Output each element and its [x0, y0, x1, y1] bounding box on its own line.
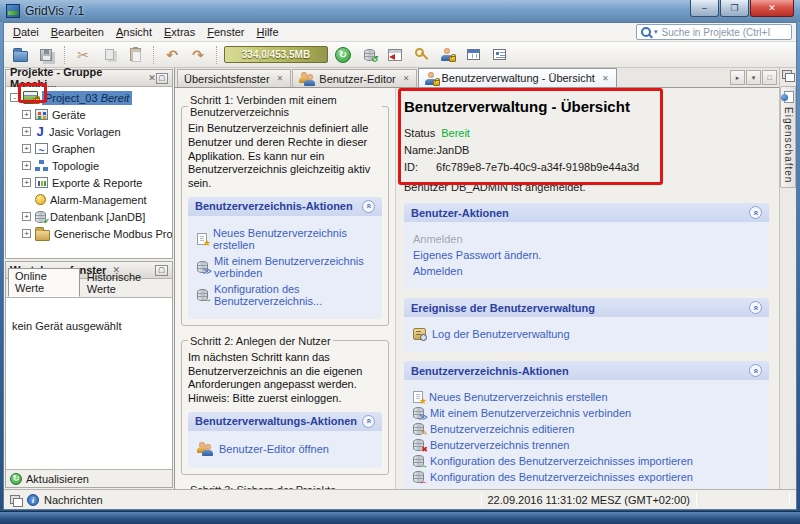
- action-connect-directory[interactable]: Mit einem Benutzerverzeichnis verbinden: [197, 255, 373, 279]
- refresh-button[interactable]: ↻: [332, 44, 354, 66]
- expand-toggle-icon[interactable]: +: [22, 212, 31, 221]
- tab-scroll-button[interactable]: ▸: [730, 70, 745, 85]
- tab-maximize-button[interactable]: □: [762, 70, 777, 85]
- tree-item-geraete[interactable]: + Geräte: [6, 106, 172, 123]
- menu-datei[interactable]: Datei: [7, 25, 45, 39]
- search-input[interactable]: [660, 26, 778, 39]
- left-dock: Projekte - Gruppe Maschi... ✕ ▢ - Projec…: [4, 68, 175, 489]
- close-icon[interactable]: ✕: [148, 73, 156, 83]
- copy-button[interactable]: [98, 44, 120, 66]
- maximize-button[interactable]: ❐: [720, 0, 749, 17]
- table-view-button[interactable]: [462, 44, 484, 66]
- list-view-button[interactable]: [488, 44, 510, 66]
- license-key-button[interactable]: [410, 44, 432, 66]
- expand-toggle-icon[interactable]: +: [22, 178, 31, 187]
- title-bar: GridVis 7.1 – ❐ ✕: [0, 0, 800, 22]
- collapse-toggle-icon[interactable]: -: [10, 93, 19, 102]
- tab-online-werte[interactable]: Online Werte: [8, 268, 80, 297]
- refresh-label[interactable]: Aktualisieren: [26, 473, 89, 485]
- action-disconnect-directory[interactable]: Benutzerverzeichnis trennen: [413, 439, 760, 451]
- tab-list-button[interactable]: ▾: [746, 70, 761, 85]
- projects-panel-title-bar[interactable]: Projekte - Gruppe Maschi... ✕ ▢: [6, 70, 172, 87]
- database-recycle-icon: [364, 49, 375, 61]
- expand-toggle-icon[interactable]: +: [22, 161, 31, 170]
- expand-toggle-icon[interactable]: +: [22, 110, 31, 119]
- expand-toggle-icon[interactable]: +: [22, 229, 31, 238]
- save-all-button[interactable]: [35, 44, 57, 66]
- tab-uebersichtsfenster[interactable]: Übersichtsfenster ✕: [177, 69, 291, 87]
- close-icon[interactable]: ✕: [602, 74, 609, 83]
- tree-item-jasic-vorlagen[interactable]: + J Jasic Vorlagen: [6, 123, 172, 140]
- tab-historische-werte[interactable]: Historische Werte: [81, 270, 171, 297]
- search-dropdown-icon[interactable]: ▾: [654, 28, 658, 36]
- close-icon[interactable]: ✕: [403, 74, 410, 83]
- tab-benutzerverwaltung[interactable]: Benutzerverwaltung - Übersicht ✕: [418, 68, 616, 87]
- directory-actions-section: Benutzerverzeichnis-Aktionen « Neues Ben…: [404, 361, 769, 489]
- action-abmelden[interactable]: Abmelden: [413, 265, 760, 277]
- tab-eigenschaften[interactable]: Eigenschaften: [780, 86, 796, 188]
- import-window-button[interactable]: [384, 44, 406, 66]
- expand-toggle-icon[interactable]: +: [22, 144, 31, 153]
- user-management-button[interactable]: [436, 44, 458, 66]
- menu-ansicht[interactable]: Ansicht: [110, 25, 158, 39]
- collapse-section-button[interactable]: «: [362, 200, 375, 213]
- tree-item-exporte[interactable]: + Exporte & Reporte: [6, 174, 172, 191]
- tree-item-topologie[interactable]: + Topologie: [6, 157, 172, 174]
- database-recycle-button[interactable]: [358, 44, 380, 66]
- step1-legend: Schritt 1: Verbinden mit einem Benutzerv…: [188, 94, 382, 118]
- editor-tab-bar: Übersichtsfenster ✕ Benutzer-Editor ✕ Be…: [175, 68, 779, 88]
- close-button[interactable]: ✕: [750, 0, 794, 17]
- minimize-button[interactable]: –: [690, 0, 719, 17]
- undo-button[interactable]: ↶: [161, 44, 183, 66]
- edit-directory-icon: [413, 423, 424, 435]
- action-edit-directory[interactable]: Benutzerverzeichnis editieren: [413, 423, 760, 435]
- tree-item-modbus[interactable]: + Generische Modbus Profile: [6, 225, 172, 242]
- memory-gauge[interactable]: 334,0/453,5MB: [224, 46, 328, 63]
- expand-toggle-icon[interactable]: +: [22, 127, 31, 136]
- refresh-row: ↻ Aktualisieren: [6, 469, 172, 487]
- window-list-icon[interactable]: [10, 495, 22, 505]
- collapse-section-button[interactable]: «: [749, 301, 762, 314]
- devices-icon: [35, 109, 48, 120]
- cut-button[interactable]: ✂: [72, 44, 94, 66]
- no-device-text: kein Gerät ausgewählt: [12, 320, 121, 332]
- collapse-section-button[interactable]: «: [749, 364, 762, 377]
- step2-legend: Schritt 2: Anlegen der Nutzer: [188, 335, 333, 347]
- messages-label[interactable]: Nachrichten: [44, 494, 103, 506]
- wizard-column: Schritt 1: Verbinden mit einem Benutzerv…: [175, 88, 396, 489]
- action-connect-directory[interactable]: Mit einem Benutzerverzeichnis verbinden: [413, 407, 760, 419]
- users-icon: [197, 442, 213, 456]
- action-open-user-editor[interactable]: Benutzer-Editor öffnen: [197, 442, 373, 456]
- action-create-directory[interactable]: Neues Benutzerverzeichnis erstellen: [413, 391, 760, 403]
- tree-item-graphen[interactable]: + Graphen: [6, 140, 172, 157]
- connect-directory-icon: [197, 261, 208, 273]
- collapse-section-button[interactable]: «: [749, 206, 762, 219]
- info-icon[interactable]: i: [27, 494, 39, 506]
- action-change-password[interactable]: Eigenes Passwort ändern.: [413, 249, 760, 261]
- action-import-config[interactable]: Konfiguration des Benutzerverzeichnisses…: [413, 455, 760, 467]
- value-tree-content: kein Gerät ausgewählt: [6, 298, 172, 469]
- action-export-config[interactable]: Konfiguration des Benutzerverzeichnisses…: [413, 471, 760, 483]
- redo-button[interactable]: ↷: [187, 44, 209, 66]
- close-icon[interactable]: ✕: [277, 74, 284, 83]
- paste-button[interactable]: [124, 44, 146, 66]
- toggle-spacer: [22, 195, 31, 204]
- panel-minimize-button[interactable]: ▢: [156, 73, 168, 84]
- open-project-button[interactable]: [9, 44, 31, 66]
- tree-item-project[interactable]: - Project_03 Bereit: [6, 89, 172, 106]
- search-box[interactable]: ▾: [636, 24, 792, 40]
- menu-bearbeiten[interactable]: Bearbeiten: [45, 25, 110, 39]
- step1-groupbox: Schritt 1: Verbinden mit einem Benutzerv…: [181, 94, 389, 326]
- menu-extras[interactable]: Extras: [158, 25, 201, 39]
- tree-item-alarm[interactable]: Alarm-Management: [6, 191, 172, 208]
- menu-fenster[interactable]: Fenster: [201, 25, 250, 39]
- tree-item-datenbank[interactable]: + Datenbank [JanDB]: [6, 208, 172, 225]
- tab-benutzer-editor[interactable]: Benutzer-Editor ✕: [292, 69, 417, 87]
- action-user-log[interactable]: Log der Benutzerverwaltung: [413, 328, 760, 340]
- cascade-windows-icon[interactable]: [782, 70, 794, 80]
- action-configure-directory[interactable]: Konfiguration des Benutzerverzeichnis...: [197, 283, 373, 307]
- collapse-section-button[interactable]: «: [362, 415, 375, 428]
- menu-hilfe[interactable]: Hilfe: [251, 25, 285, 39]
- action-create-directory[interactable]: Neues Benutzerverzeichnis erstellen: [197, 227, 373, 251]
- copy-icon: [105, 49, 114, 60]
